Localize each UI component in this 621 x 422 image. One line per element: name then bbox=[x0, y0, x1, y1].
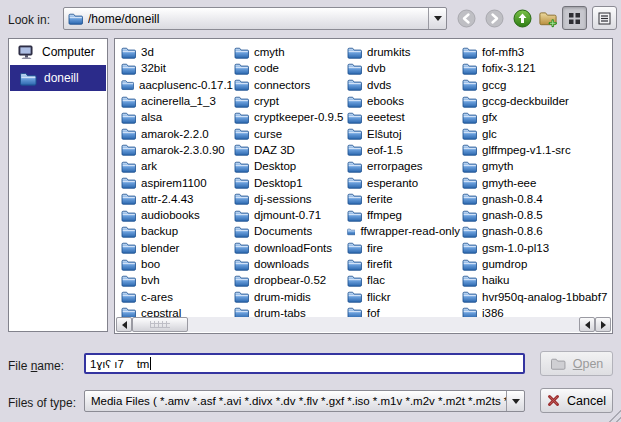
file-item[interactable]: connectors bbox=[234, 77, 346, 93]
sidebar-item-computer[interactable]: Computer bbox=[9, 39, 107, 65]
file-item[interactable]: cryptkeeper-0.9.5 bbox=[234, 109, 346, 125]
file-item[interactable]: gsm-1.0-pl13 bbox=[462, 240, 610, 256]
file-item[interactable]: dvb bbox=[347, 60, 460, 76]
file-item[interactable]: dropbear-0.52 bbox=[234, 272, 346, 288]
file-item[interactable]: firefit bbox=[347, 256, 460, 272]
file-item[interactable]: gfx bbox=[462, 109, 610, 125]
file-item[interactable]: gumdrop bbox=[462, 256, 610, 272]
file-item[interactable]: ebooks bbox=[347, 93, 460, 109]
cancel-button[interactable]: Cancel bbox=[540, 388, 613, 413]
file-item[interactable]: DAZ 3D bbox=[234, 142, 346, 158]
file-item[interactable]: drum-midis bbox=[234, 288, 346, 304]
back-button[interactable] bbox=[456, 8, 476, 28]
file-item[interactable]: aspirem1100 bbox=[121, 174, 233, 190]
file-item[interactable]: dj-sessions bbox=[234, 191, 346, 207]
file-item[interactable]: ffmpeg bbox=[347, 207, 460, 223]
file-item[interactable]: fire bbox=[347, 240, 460, 256]
scroll-left-button-2[interactable] bbox=[579, 317, 595, 332]
file-item[interactable]: amarok-2.2.0 bbox=[121, 125, 233, 141]
file-item[interactable]: boo bbox=[121, 256, 233, 272]
file-item[interactable]: flac bbox=[347, 272, 460, 288]
folder-icon bbox=[234, 241, 249, 254]
file-item[interactable]: esperanto bbox=[347, 174, 460, 190]
file-item-label: gnash-0.8.5 bbox=[482, 209, 543, 221]
file-item[interactable]: ark bbox=[121, 158, 233, 174]
file-item-label: amarok-2.3.0.90 bbox=[141, 144, 225, 156]
forward-button[interactable] bbox=[484, 8, 504, 28]
file-item[interactable]: aacplusenc-0.17.1 bbox=[121, 77, 233, 93]
file-item[interactable]: gmyth-eee bbox=[462, 174, 610, 190]
folder-icon bbox=[19, 71, 37, 86]
up-button[interactable] bbox=[512, 8, 532, 28]
file-item[interactable]: haiku bbox=[462, 272, 610, 288]
file-item-label: esperanto bbox=[367, 177, 418, 189]
file-name-value: 1ɣıʕ ı7 tm bbox=[90, 358, 149, 370]
open-button[interactable]: Open bbox=[540, 351, 613, 376]
file-item[interactable]: Elŝutoj bbox=[347, 125, 460, 141]
folder-icon bbox=[462, 62, 477, 75]
file-item[interactable]: drumkits bbox=[347, 44, 460, 60]
file-item[interactable]: 3d bbox=[121, 44, 233, 60]
file-item[interactable]: audiobooks bbox=[121, 207, 233, 223]
file-item[interactable]: gccg bbox=[462, 77, 610, 93]
horizontal-scrollbar[interactable] bbox=[116, 317, 611, 332]
scrollbar-track[interactable] bbox=[188, 317, 579, 332]
scrollbar-thumb[interactable] bbox=[132, 317, 188, 332]
file-item[interactable]: amarok-2.3.0.90 bbox=[121, 142, 233, 158]
file-item[interactable]: backup bbox=[121, 223, 233, 239]
file-item-label: dropbear-0.52 bbox=[254, 274, 326, 286]
file-item[interactable]: curse bbox=[234, 125, 346, 141]
file-item[interactable]: Documents bbox=[234, 223, 346, 239]
file-item[interactable]: eof-1.5 bbox=[347, 142, 460, 158]
file-item[interactable]: alsa bbox=[121, 109, 233, 125]
scroll-right-button[interactable] bbox=[595, 317, 611, 332]
file-item-label: backup bbox=[141, 225, 178, 237]
file-item[interactable]: errorpages bbox=[347, 158, 460, 174]
file-item[interactable]: djmount-0.71 bbox=[234, 207, 346, 223]
file-item[interactable]: ffwrapper-read-only bbox=[347, 223, 460, 239]
file-item[interactable]: attr-2.4.43 bbox=[121, 191, 233, 207]
file-type-value: Media Files ( *.amv *.asf *.avi *.divx *… bbox=[91, 395, 506, 407]
file-item-label: alsa bbox=[141, 111, 162, 123]
file-item-label: Desktop1 bbox=[254, 177, 303, 189]
file-item[interactable]: Desktop1 bbox=[234, 174, 346, 190]
list-view-button[interactable] bbox=[592, 6, 617, 30]
new-folder-button[interactable] bbox=[538, 8, 558, 28]
file-type-combobox[interactable]: Media Files ( *.amv *.asf *.avi *.divx *… bbox=[84, 390, 525, 412]
file-item[interactable]: fof-mfh3 bbox=[462, 44, 610, 60]
file-name-input[interactable]: 1ɣıʕ ı7 tm bbox=[84, 353, 525, 374]
file-item[interactable]: gccg-deckbuilder bbox=[462, 93, 610, 109]
file-item[interactable]: hvr950q-analog-1bbabf7 bbox=[462, 288, 610, 304]
file-item[interactable]: eeetest bbox=[347, 109, 460, 125]
look-in-combobox[interactable]: /home/doneill bbox=[63, 7, 447, 30]
combo-dropdown-arrow[interactable] bbox=[506, 391, 524, 411]
file-item[interactable]: dvds bbox=[347, 77, 460, 93]
file-item[interactable]: gnash-0.8.4 bbox=[462, 191, 610, 207]
file-item[interactable]: gnash-0.8.5 bbox=[462, 207, 610, 223]
file-item[interactable]: gnash-0.8.6 bbox=[462, 223, 610, 239]
file-item[interactable]: blender bbox=[121, 240, 233, 256]
scroll-left-button[interactable] bbox=[116, 317, 132, 332]
icon-view-button[interactable] bbox=[562, 6, 587, 30]
file-item[interactable]: bvh bbox=[121, 272, 233, 288]
file-item[interactable]: gmyth bbox=[462, 158, 610, 174]
file-item[interactable]: 32bit bbox=[121, 60, 233, 76]
folder-icon bbox=[121, 258, 136, 271]
file-item[interactable]: flickr bbox=[347, 288, 460, 304]
file-item[interactable]: downloadFonts bbox=[234, 240, 346, 256]
file-item[interactable]: Desktop bbox=[234, 158, 346, 174]
file-item[interactable]: cmyth bbox=[234, 44, 346, 60]
file-item[interactable]: ferite bbox=[347, 191, 460, 207]
file-item[interactable]: fofix-3.121 bbox=[462, 60, 610, 76]
folder-icon bbox=[462, 111, 477, 124]
file-item[interactable]: glffmpeg-v1.1-src bbox=[462, 142, 610, 158]
combo-dropdown-arrow[interactable] bbox=[428, 8, 446, 29]
file-item[interactable]: c-ares bbox=[121, 288, 233, 304]
file-item[interactable]: downloads bbox=[234, 256, 346, 272]
file-item[interactable]: crypt bbox=[234, 93, 346, 109]
sidebar-item-doneill[interactable]: doneill bbox=[10, 65, 106, 91]
file-item[interactable]: code bbox=[234, 60, 346, 76]
file-item-label: gmyth bbox=[482, 160, 513, 172]
file-item[interactable]: acinerella_1_3 bbox=[121, 93, 233, 109]
file-item[interactable]: glc bbox=[462, 125, 610, 141]
